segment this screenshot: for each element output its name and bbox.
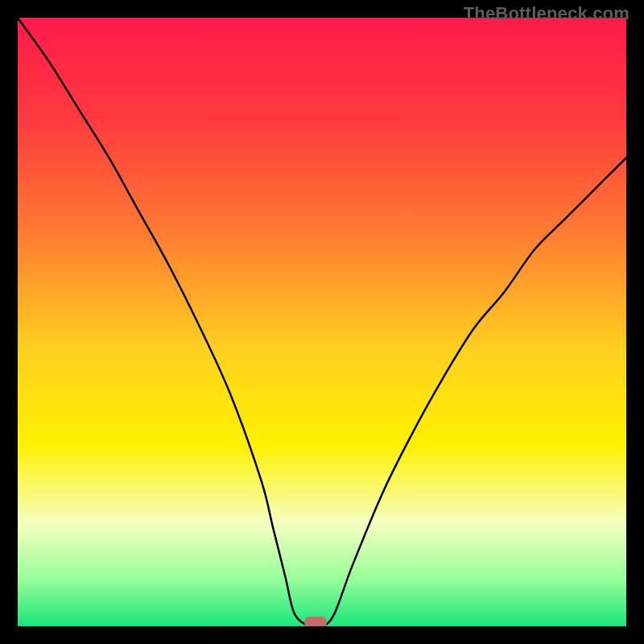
curve-path — [18, 18, 626, 626]
chart-frame: TheBottleneck.com — [0, 0, 644, 644]
watermark-label: TheBottleneck.com — [464, 3, 630, 24]
bottleneck-curve — [18, 18, 626, 626]
plot-area — [18, 18, 626, 626]
optimal-marker — [304, 617, 327, 626]
